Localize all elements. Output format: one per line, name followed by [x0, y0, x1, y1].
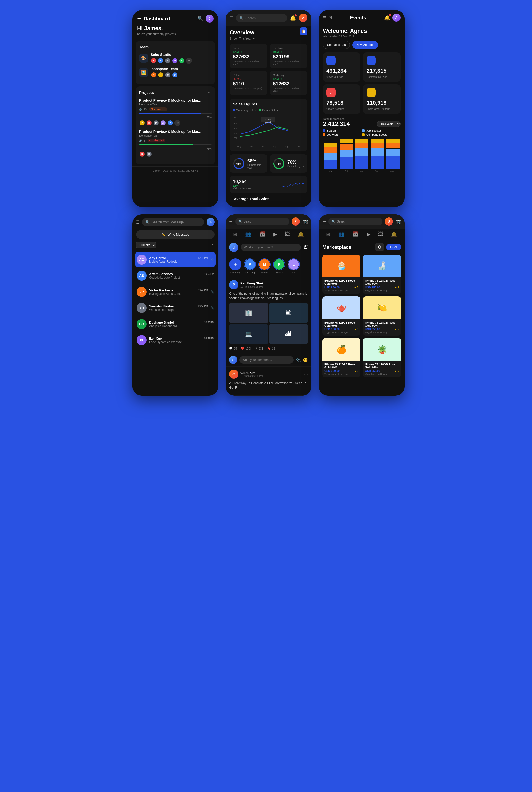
- save-action[interactable]: 🔖 12: [267, 347, 275, 350]
- circular-stats: 68% 68% Hit Rate this year 76%: [230, 154, 307, 173]
- post-input[interactable]: What's on your mind?: [241, 244, 301, 251]
- user-avatar[interactable]: A: [393, 14, 400, 22]
- story-item[interactable]: R Russel: [273, 258, 285, 274]
- user-avatar[interactable]: J: [206, 15, 214, 23]
- year-select[interactable]: This Years Last Years: [377, 121, 400, 127]
- header-right: 🔔 A: [384, 14, 400, 22]
- product-price: USD 950,00: [365, 327, 380, 331]
- user-avatar[interactable]: A: [207, 218, 215, 226]
- product-rating: ★ 5: [395, 328, 399, 331]
- attachment-icon[interactable]: 📎: [296, 358, 301, 362]
- nav-people-icon[interactable]: 👥: [338, 231, 345, 237]
- task-count: 🔗 5: [139, 139, 145, 142]
- nav-calendar-icon[interactable]: 📅: [259, 231, 266, 237]
- hamburger-icon[interactable]: ☰: [229, 219, 233, 224]
- message-item[interactable]: VP Victor Pacheco 03:49PM Inviting Join …: [135, 284, 216, 299]
- stat-card-marketing: Marketing +2.5% ↑ $12632 Compared to ($1…: [270, 71, 307, 95]
- camera-icon[interactable]: 📷: [396, 219, 401, 224]
- search-placeholder: Search: [244, 220, 253, 223]
- user-avatar[interactable]: P: [292, 218, 300, 226]
- upload-icon: ↑: [326, 56, 336, 65]
- new-ad-jobs-button[interactable]: New Ad Jobs: [353, 41, 378, 49]
- story-item[interactable]: L Le: [288, 258, 300, 274]
- phone-events: ☰ ☑ Events 🔔 A Welcome, Agnes Wednesday,…: [319, 10, 404, 207]
- message-item[interactable]: AC Any Carrol 12:48PM Mobile Apps Redesi…: [135, 252, 216, 267]
- more-options-icon[interactable]: ···: [304, 282, 308, 287]
- copy-icon[interactable]: 📋: [300, 27, 307, 35]
- team-options[interactable]: ···: [208, 44, 212, 50]
- nav-grid-icon[interactable]: ⊞: [326, 231, 330, 237]
- bell-icon[interactable]: 🔔: [384, 15, 391, 21]
- mini-avatar: R: [146, 120, 152, 126]
- team-member[interactable]: 🖼️ Iconspace Team A P C D: [139, 67, 212, 78]
- more-options-icon[interactable]: ···: [304, 372, 308, 377]
- search-bar[interactable]: 🔍 Search from Message: [142, 218, 204, 226]
- mini-avatar: A: [165, 58, 171, 64]
- comment-input[interactable]: Write your comment...: [239, 356, 294, 364]
- team-member[interactable]: 🎨 Sebo Studio B R A M K +3: [139, 53, 212, 64]
- sell-button[interactable]: + Sell: [386, 244, 401, 250]
- comment-action[interactable]: 💬 25: [229, 347, 237, 350]
- add-story[interactable]: + Add Story: [229, 258, 241, 274]
- date-filter[interactable]: Show: This Year ▾: [230, 37, 307, 40]
- folder-select[interactable]: Primary Other: [136, 242, 156, 248]
- like-action[interactable]: ❤️ 120k: [241, 347, 251, 350]
- impressions-section: Total Impressions 2,412,314 This Years L…: [319, 117, 404, 176]
- write-message-button[interactable]: ✏️ Write Message: [136, 230, 215, 239]
- image-icon[interactable]: 🖼: [303, 245, 308, 250]
- message-body: Iker Xue 03:49PM Fone Dynamics Website: [149, 337, 214, 344]
- stat-change: +2.5% ↑: [273, 78, 304, 80]
- product-card: 🍊 iPhone 7S 128GB Rose Gold 99% USD 950,…: [322, 338, 360, 377]
- stat-num: 78,518: [326, 99, 357, 106]
- share-action[interactable]: ↗ 231: [255, 347, 263, 350]
- save-count: 12: [272, 347, 275, 350]
- story-item[interactable]: P Pan Feng: [244, 258, 256, 274]
- stat-card-return: Return -1.5% ↓ $110 Compared to ($165 la…: [230, 71, 267, 95]
- message-preview: Website Redesign: [149, 308, 208, 312]
- nav-calendar-icon[interactable]: 📅: [353, 231, 359, 237]
- story-item[interactable]: M Minnie: [259, 258, 270, 274]
- nav-image-icon[interactable]: 🖼: [378, 231, 383, 237]
- deals-ring: 76%: [273, 157, 285, 170]
- camera-icon[interactable]: 📷: [302, 219, 308, 224]
- message-item[interactable]: AS Artem Sazonov 10:53PM Codedellaroute …: [135, 268, 216, 283]
- emoji-icon[interactable]: 😊: [303, 358, 308, 362]
- user-avatar[interactable]: A: [299, 14, 307, 22]
- product-card: 🍶 iPhone 7S 128GB Rose Gold 99% USD 950,…: [363, 254, 401, 294]
- projects-options[interactable]: ···: [208, 90, 212, 95]
- see-jobs-button[interactable]: See Jobs Ads: [323, 41, 350, 49]
- product-name: iPhone 7S 128GB Rose Gold 99%: [365, 321, 399, 327]
- search-bar[interactable]: 🔍 Search: [235, 218, 289, 225]
- nav-grid-icon[interactable]: ⊞: [233, 231, 237, 237]
- hamburger-icon[interactable]: ☰: [322, 219, 326, 224]
- message-item[interactable]: IX Iker Xue 03:49PM Fone Dynamics Websit…: [135, 333, 216, 348]
- search-bar[interactable]: 🔍 Search: [236, 14, 287, 22]
- nav-image-icon[interactable]: 🖼: [285, 231, 290, 237]
- nav-notification-icon[interactable]: 🔔: [298, 231, 304, 237]
- message-item[interactable]: DD Dushane Daniel 10:53PM Analytics Dash…: [135, 317, 216, 332]
- mini-avatar: A: [160, 120, 166, 126]
- post-author: Pan Feng Shui: [240, 281, 263, 285]
- nav-notification-icon[interactable]: 🔔: [391, 231, 397, 237]
- nav-people-icon[interactable]: 👥: [245, 231, 251, 237]
- user-avatar[interactable]: U: [385, 218, 393, 226]
- product-price-row: USD 950,00 ★ 5: [324, 286, 358, 289]
- hamburger-icon[interactable]: ☰: [230, 16, 233, 20]
- add-story-button[interactable]: +: [229, 258, 241, 270]
- search-placeholder: Search from Message: [152, 220, 184, 224]
- bar-company: [371, 138, 384, 143]
- hamburger-icon[interactable]: ☰: [136, 220, 139, 225]
- dashboard-title: Dashboard: [144, 16, 195, 22]
- nav-video-icon[interactable]: ▶: [366, 231, 370, 237]
- hamburger-icon[interactable]: ☰: [137, 16, 141, 21]
- nav-video-icon[interactable]: ▶: [273, 231, 277, 237]
- notification-icon[interactable]: 🔔: [290, 15, 296, 21]
- message-item[interactable]: YB Yaroslav Brabec 10:53PM Website Redes…: [135, 300, 216, 316]
- hamburger-icon[interactable]: ☰: [323, 15, 326, 20]
- search-bar[interactable]: 🔍 Search: [328, 218, 382, 225]
- bar-group-apr: [371, 138, 384, 169]
- search-icon[interactable]: 🔍: [197, 16, 203, 21]
- refresh-icon[interactable]: ↻: [211, 243, 215, 248]
- filter-button[interactable]: ⚙: [375, 243, 384, 251]
- message-avatar: IX: [136, 335, 147, 345]
